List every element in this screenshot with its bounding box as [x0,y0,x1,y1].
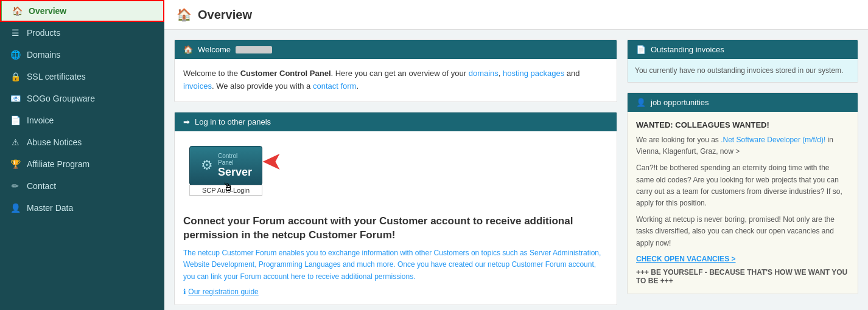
sidebar: 🏠 Overview ☰ Products 🌐 Domains 🔒 SSL ce… [0,0,164,310]
sidebar-item-invoice[interactable]: 📄 Invoice [0,109,164,131]
welcome-card-body: Welcome to the Customer Control Panel. H… [175,59,617,102]
forum-heading: Connect your Forum account with your Cus… [183,214,608,243]
welcome-card-header: 🏠 Welcome [175,40,617,59]
welcome-card: 🏠 Welcome Welcome to the Customer Contro… [174,40,617,102]
red-arrow: ➤ [262,149,281,174]
sidebar-item-domains[interactable]: 🌐 Domains [0,44,164,66]
login-card-body: ⚙ Control Panel Server SCP Auto-Login ➤ [175,131,617,305]
contact-link[interactable]: contact form [313,81,357,91]
sidebar-item-ssl[interactable]: 🔒 SSL certificates [0,66,164,88]
sidebar-item-affiliate[interactable]: 🏆 Affiliate Program [0,153,164,175]
products-icon: ☰ [10,28,21,38]
invoices-card: 📄 Outstanding invoices You currently hav… [627,40,858,83]
domains-icon: 🌐 [10,50,21,60]
sidebar-item-products[interactable]: ☰ Products [0,22,164,44]
scp-button-text: Control Panel Server [218,153,252,179]
page-header: 🏠 Overview [164,0,868,30]
abuse-icon: ⚠ [10,137,21,147]
job-role-link[interactable]: .Net Software Developer (m/f/d)! [721,136,825,144]
info-icon: ℹ [183,288,186,296]
server-admin-link[interactable]: Server Administration [530,249,599,257]
masterdata-icon: 👤 [10,203,21,213]
link-forum-link[interactable]: you can link your Forum account here to … [183,272,413,281]
gear-icon: ⚙ [201,157,213,173]
reg-guide-link[interactable]: Our registration guide [188,288,258,296]
user-name-placeholder [236,46,272,53]
cursor-icon: 🖱 [223,181,234,194]
invoices-card-header: 📄 Outstanding invoices [628,40,858,59]
invoices-icon: 📄 [636,45,646,54]
job-text-3: Working at netcup is never boring, promi… [636,214,849,249]
sidebar-item-contact[interactable]: ✏ Contact [0,175,164,197]
home-icon: 🏠 [12,6,23,16]
main-content: 🏠 Overview 🏠 Welcome Welcome to the Cust… [164,0,868,310]
job-title: WANTED: COLLEAGUES WANTED! [636,120,849,129]
forum-text: The netcup Customer Forum enables you to… [183,247,608,283]
hosting-link[interactable]: hosting packages [503,69,564,78]
login-card-header: ➡ Log in to other panels [175,112,617,131]
sidebar-item-masterdata[interactable]: 👤 Master Data [0,197,164,219]
prog-lang-link[interactable]: Programming Languages [259,260,341,269]
content-area: 🏠 Welcome Welcome to the Customer Contro… [164,30,868,310]
jobs-card: 👤 job opportunities WANTED: COLLEAGUES W… [627,92,858,294]
page-title: Overview [198,8,252,22]
vacancies-link[interactable]: CHECK OPEN VACANCIES > [636,255,735,263]
right-column: 📄 Outstanding invoices You currently hav… [627,40,858,305]
login-icon: ➡ [183,117,190,126]
affiliate-icon: 🏆 [10,159,21,169]
welcome-icon: 🏠 [183,45,193,54]
web-dev-link[interactable]: Website Development [183,260,254,269]
page-header-icon: 🏠 [177,7,192,22]
job-slogan: +++ BE YOURSELF - BECAUSE THAT'S HOW WE … [636,268,849,285]
jobs-card-body: WANTED: COLLEAGUES WANTED! We are lookin… [628,112,858,294]
login-card: ➡ Log in to other panels ⚙ Control Panel… [174,112,617,305]
sidebar-item-abuse[interactable]: ⚠ Abuse Notices [0,131,164,153]
jobs-card-header: 👤 job opportunities [628,93,858,112]
sidebar-item-overview[interactable]: 🏠 Overview [0,0,164,22]
jobs-icon: 👤 [636,98,646,107]
customer-forum-link[interactable]: Customer Forum account [511,260,593,269]
reg-guide: ℹ Our registration guide [183,288,608,296]
domains-link[interactable]: domains [469,69,499,78]
ssl-icon: 🔒 [10,72,21,81]
invoice-icon: 📄 [10,115,21,125]
invoices-info: You currently have no outstanding invoic… [628,59,858,82]
sidebar-item-sogo[interactable]: 📧 SOGo Groupware [0,88,164,109]
scp-button[interactable]: ⚙ Control Panel Server [189,146,262,185]
contact-icon: ✏ [10,181,21,191]
sogo-icon: 📧 [10,94,21,103]
job-text-2: Can?!t be bothered spending an eternity … [636,162,849,209]
invoices-link[interactable]: invoices [183,81,212,91]
welcome-text: Welcome to the Customer Control Panel. H… [183,67,608,93]
job-text-1: We are looking for you as .Net Software … [636,134,849,157]
left-column: 🏠 Welcome Welcome to the Customer Contro… [174,40,617,305]
